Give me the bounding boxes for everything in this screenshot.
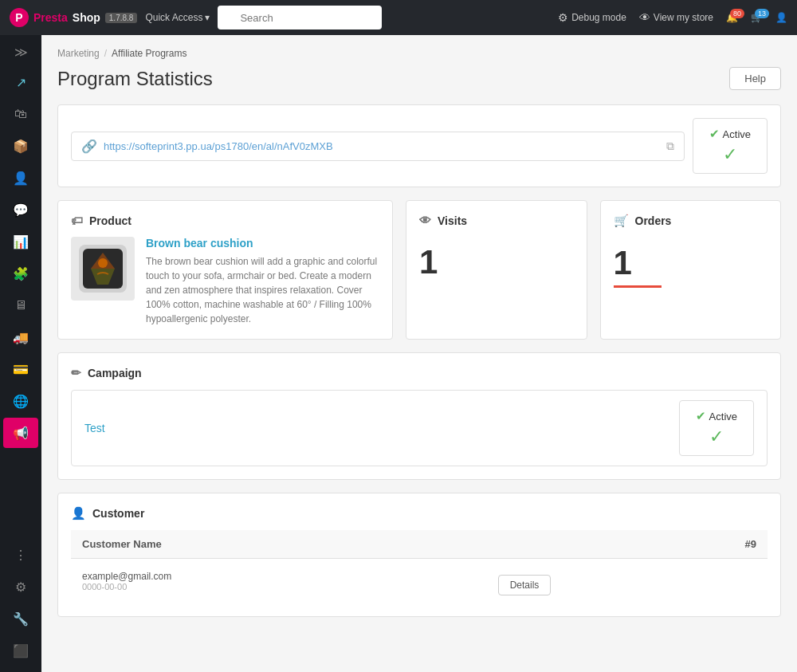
visits-card: 👁 Visits 1 (406, 200, 587, 340)
customer-email: example@gmail.com (82, 571, 476, 582)
details-button[interactable]: Details (498, 575, 552, 595)
customer-table: Customer Name #9 example@gmail.com 0000-… (71, 530, 768, 603)
campaign-check-large: ✓ (709, 426, 724, 447)
campaign-section-title: ✏ Campaign (71, 366, 768, 380)
breadcrumb-separator: / (104, 48, 107, 59)
navbar-right: ⚙ Debug mode 👁 View my store 🔔 80 🛒 13 👤 (558, 11, 787, 24)
visits-count: 1 (419, 243, 438, 281)
svg-text:P: P (15, 11, 22, 24)
sidebar-item-marketing[interactable]: 📢 (3, 418, 38, 448)
logo-shop: Shop (73, 11, 100, 24)
sidebar-item-catalog[interactable]: 📦 (3, 131, 38, 161)
search-input[interactable] (218, 6, 382, 29)
quick-access-btn[interactable]: Quick Access ▾ (145, 12, 210, 23)
sidebar-item-settings[interactable]: ⚙ (3, 572, 38, 602)
sidebar-toggle[interactable]: ≫ (3, 40, 38, 64)
debug-mode-label: Debug mode (571, 12, 626, 23)
sidebar-item-statistics[interactable]: 📊 (3, 226, 38, 257)
sidebar-item-advanced[interactable]: 🔧 (3, 603, 38, 634)
sidebar-item-shipping[interactable]: 🚚 (3, 322, 38, 352)
product-section-title: 🏷 Product (71, 214, 379, 227)
sidebar-item-customers[interactable]: 👤 (3, 163, 38, 193)
sidebar-item-more[interactable]: ⋮ (3, 540, 38, 570)
customer-id-header: #9 (487, 530, 768, 559)
user-btn[interactable]: 👤 (775, 12, 787, 23)
campaign-title-text: Campaign (88, 367, 142, 379)
customer-date: 0000-00-00 (82, 582, 476, 591)
quick-access-label: Quick Access (145, 12, 202, 23)
sidebar-item-orders[interactable]: 🛍 (3, 99, 38, 129)
main-content: Marketing / Affiliate Programs Program S… (41, 35, 797, 672)
help-button[interactable]: Help (729, 67, 781, 90)
sidebar-item-messages[interactable]: 💬 (3, 195, 38, 225)
notifications-btn[interactable]: 🔔 80 (726, 12, 738, 23)
tag-icon: 🏷 (71, 214, 83, 227)
product-card: 🏷 Product Brown bear cushion (57, 200, 393, 340)
logo-text: Presta (33, 11, 68, 24)
customer-table-header-row: Customer Name #9 (71, 530, 768, 559)
product-image-svg (75, 241, 131, 297)
customer-info-cell: example@gmail.com 0000-00-00 (71, 559, 487, 604)
breadcrumb-parent[interactable]: Marketing (57, 48, 100, 59)
affiliate-url[interactable]: https://softeprint3.pp.ua/ps1780/en/al/n… (104, 140, 660, 152)
orders-section-title: 🛒 Orders (614, 214, 672, 228)
search-wrapper: 🔍 (218, 6, 441, 29)
product-description: The brown bear cushion will add a graphi… (146, 254, 379, 326)
affiliate-status-badge: ✔ Active ✓ (693, 118, 768, 174)
link-section: 🔗 https://softeprint3.pp.ua/ps1780/en/al… (71, 132, 685, 161)
view-store-label: View my store (654, 12, 713, 23)
sidebar-item-international[interactable]: 🌐 (3, 386, 38, 416)
page-title: Program Statistics (57, 68, 213, 90)
orders-underline (614, 285, 662, 288)
campaign-name[interactable]: Test (84, 422, 105, 434)
sidebar-item-modules[interactable]: 🧩 (3, 258, 38, 289)
product-content: Brown bear cushion The brown bear cushio… (71, 237, 379, 326)
check-circle-icon: ✔ (709, 127, 720, 141)
customer-actions-cell: Details (487, 559, 768, 604)
orders-count: 1 (614, 244, 632, 282)
copy-icon[interactable]: ⧉ (666, 140, 674, 153)
product-name: Brown bear cushion (146, 237, 379, 250)
pencil-icon: ✏ (71, 366, 81, 380)
breadcrumb-current: Affiliate Programs (112, 48, 186, 59)
svg-point-6 (98, 258, 108, 268)
version-badge: 1.7.8.8 (105, 13, 138, 23)
logo-icon: P (10, 8, 29, 27)
eye-visits-icon: 👁 (419, 214, 431, 227)
view-store-btn[interactable]: 👁 View my store (639, 11, 713, 24)
chevron-down-icon: ▾ (205, 12, 210, 23)
campaign-status-label: ✔ Active (696, 409, 737, 423)
affiliate-link-card: 🔗 https://softeprint3.pp.ua/ps1780/en/al… (57, 104, 781, 187)
navbar: P PrestaShop 1.7.8.8 Quick Access ▾ 🔍 ⚙ … (0, 0, 797, 35)
cart-count: 13 (755, 9, 769, 18)
campaign-row: Test ✔ Active ✓ (71, 390, 768, 466)
campaign-status-text: Active (709, 411, 737, 422)
sidebar-item-dashboard[interactable]: ↗ (3, 67, 38, 97)
breadcrumb: Marketing / Affiliate Programs (57, 48, 781, 59)
orders-card: 🛒 Orders 1 (600, 200, 782, 340)
status-check-large: ✓ (723, 144, 737, 165)
customer-name-header: Customer Name (71, 530, 487, 559)
sidebar-item-design[interactable]: 🖥 (3, 290, 38, 320)
product-details: Brown bear cushion The brown bear cushio… (146, 237, 379, 326)
eye-icon: 👁 (639, 11, 650, 24)
sidebar: ≫ ↗ 🛍 📦 👤 💬 📊 🧩 🖥 🚚 💳 🌐 📢 ⋮ ⚙ 🔧 ⬛ (0, 35, 41, 672)
debug-mode-btn[interactable]: ⚙ Debug mode (558, 11, 626, 24)
sidebar-item-logs[interactable]: ⬛ (3, 635, 38, 666)
link-icon: 🔗 (81, 139, 97, 154)
product-title-text: Product (89, 214, 132, 227)
table-row: example@gmail.com 0000-00-00 Details (71, 559, 768, 604)
basket-icon: 🛒 (614, 214, 629, 228)
status-text: Active (723, 128, 751, 140)
cart-btn[interactable]: 🛒 13 (751, 12, 763, 23)
notification-count: 80 (730, 9, 744, 18)
customer-title-text: Customer (92, 507, 144, 520)
stats-row: 🏷 Product Brown bear cushion (57, 200, 781, 340)
campaign-card: ✏ Campaign Test ✔ Active ✓ (57, 352, 781, 480)
status-label-row: ✔ Active (709, 127, 751, 141)
customer-card: 👤 Customer Customer Name #9 example@gmai… (57, 493, 781, 617)
customer-section-title: 👤 Customer (71, 506, 768, 521)
visits-title-text: Visits (438, 214, 467, 227)
sidebar-item-payment[interactable]: 💳 (3, 354, 38, 384)
gear-icon: ⚙ (558, 11, 568, 24)
